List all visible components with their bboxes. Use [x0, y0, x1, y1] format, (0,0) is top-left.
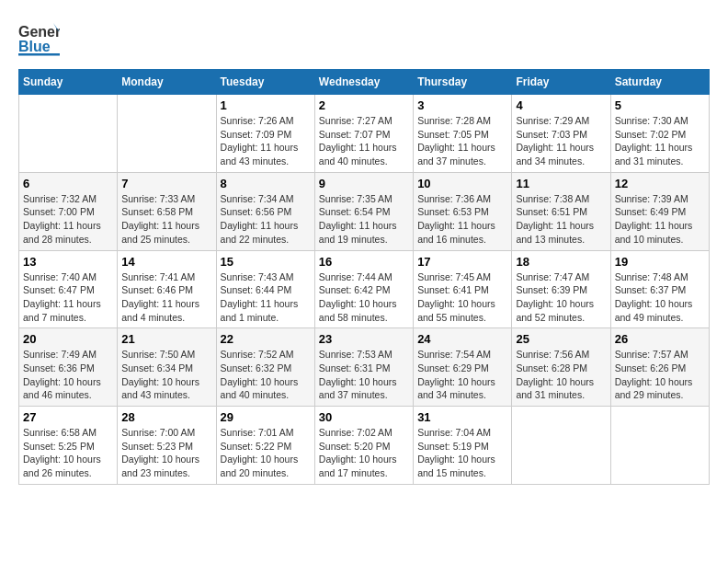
- day-info: Sunrise: 7:53 AM Sunset: 6:31 PM Dayligh…: [319, 348, 409, 402]
- calendar-cell: [19, 95, 118, 173]
- day-info: Sunrise: 7:47 AM Sunset: 6:39 PM Dayligh…: [516, 270, 606, 325]
- calendar-cell: 25Sunrise: 7:56 AM Sunset: 6:28 PM Dayli…: [512, 328, 610, 407]
- day-number: 28: [121, 410, 211, 424]
- day-number: 15: [221, 255, 311, 269]
- calendar-cell: 16Sunrise: 7:44 AM Sunset: 6:42 PM Dayli…: [314, 250, 413, 328]
- calendar-cell: 12Sunrise: 7:39 AM Sunset: 6:49 PM Dayli…: [610, 172, 709, 250]
- day-info: Sunrise: 7:56 AM Sunset: 6:28 PM Dayligh…: [516, 348, 606, 402]
- logo-icon: General Blue: [18, 18, 60, 60]
- calendar-cell: 6Sunrise: 7:32 AM Sunset: 7:00 PM Daylig…: [19, 172, 118, 250]
- day-number: 10: [417, 177, 507, 190]
- day-info: Sunrise: 7:36 AM Sunset: 6:53 PM Dayligh…: [417, 192, 507, 247]
- day-number: 17: [417, 255, 507, 269]
- day-info: Sunrise: 7:33 AM Sunset: 6:58 PM Dayligh…: [121, 192, 211, 247]
- day-info: Sunrise: 7:54 AM Sunset: 6:29 PM Dayligh…: [417, 348, 507, 402]
- day-number: 14: [121, 255, 211, 269]
- day-number: 22: [221, 332, 311, 346]
- calendar-cell: 28Sunrise: 7:00 AM Sunset: 5:23 PM Dayli…: [118, 407, 216, 485]
- calendar-cell: 26Sunrise: 7:57 AM Sunset: 6:26 PM Dayli…: [610, 328, 709, 407]
- day-info: Sunrise: 7:35 AM Sunset: 6:54 PM Dayligh…: [319, 192, 409, 247]
- calendar-cell: 30Sunrise: 7:02 AM Sunset: 5:20 PM Dayli…: [314, 407, 413, 485]
- day-info: Sunrise: 7:00 AM Sunset: 5:23 PM Dayligh…: [121, 426, 211, 480]
- calendar-cell: [118, 95, 216, 173]
- calendar-cell: 14Sunrise: 7:41 AM Sunset: 6:46 PM Dayli…: [118, 250, 216, 328]
- calendar-cell: 17Sunrise: 7:45 AM Sunset: 6:41 PM Dayli…: [414, 250, 512, 328]
- day-number: 21: [121, 332, 211, 346]
- day-number: 12: [615, 177, 705, 190]
- day-info: Sunrise: 7:27 AM Sunset: 7:07 PM Dayligh…: [319, 114, 409, 168]
- calendar-cell: 23Sunrise: 7:53 AM Sunset: 6:31 PM Dayli…: [314, 328, 413, 407]
- day-number: 20: [23, 332, 113, 346]
- calendar-cell: 9Sunrise: 7:35 AM Sunset: 6:54 PM Daylig…: [314, 172, 413, 250]
- day-info: Sunrise: 7:41 AM Sunset: 6:46 PM Dayligh…: [121, 270, 211, 325]
- calendar-cell: 2Sunrise: 7:27 AM Sunset: 7:07 PM Daylig…: [314, 95, 413, 173]
- calendar-cell: 3Sunrise: 7:28 AM Sunset: 7:05 PM Daylig…: [414, 95, 512, 173]
- week-row-4: 20Sunrise: 7:49 AM Sunset: 6:36 PM Dayli…: [19, 328, 710, 407]
- day-info: Sunrise: 7:48 AM Sunset: 6:37 PM Dayligh…: [615, 270, 705, 325]
- day-number: 16: [319, 255, 409, 269]
- day-number: 13: [23, 255, 113, 269]
- week-row-2: 6Sunrise: 7:32 AM Sunset: 7:00 PM Daylig…: [19, 172, 710, 250]
- day-info: Sunrise: 7:39 AM Sunset: 6:49 PM Dayligh…: [615, 192, 705, 247]
- calendar-cell: 20Sunrise: 7:49 AM Sunset: 6:36 PM Dayli…: [19, 328, 118, 407]
- calendar-cell: 29Sunrise: 7:01 AM Sunset: 5:22 PM Dayli…: [216, 407, 314, 485]
- calendar: SundayMondayTuesdayWednesdayThursdayFrid…: [18, 69, 710, 485]
- calendar-cell: 22Sunrise: 7:52 AM Sunset: 6:32 PM Dayli…: [216, 328, 314, 407]
- calendar-cell: 19Sunrise: 7:48 AM Sunset: 6:37 PM Dayli…: [610, 250, 709, 328]
- page-header: General Blue: [18, 18, 710, 60]
- day-number: 19: [615, 255, 705, 269]
- calendar-cell: 15Sunrise: 7:43 AM Sunset: 6:44 PM Dayli…: [216, 250, 314, 328]
- calendar-cell: 10Sunrise: 7:36 AM Sunset: 6:53 PM Dayli…: [414, 172, 512, 250]
- calendar-cell: [610, 407, 709, 485]
- day-number: 31: [417, 410, 507, 424]
- day-number: 24: [417, 332, 507, 346]
- day-number: 25: [516, 332, 606, 346]
- logo: General Blue: [18, 18, 60, 60]
- day-info: Sunrise: 7:57 AM Sunset: 6:26 PM Dayligh…: [615, 348, 705, 402]
- day-number: 1: [221, 98, 311, 112]
- day-info: Sunrise: 7:30 AM Sunset: 7:02 PM Dayligh…: [615, 114, 705, 168]
- calendar-cell: 11Sunrise: 7:38 AM Sunset: 6:51 PM Dayli…: [512, 172, 610, 250]
- calendar-cell: 5Sunrise: 7:30 AM Sunset: 7:02 PM Daylig…: [610, 95, 709, 173]
- day-info: Sunrise: 7:28 AM Sunset: 7:05 PM Dayligh…: [417, 114, 507, 168]
- day-info: Sunrise: 7:34 AM Sunset: 6:56 PM Dayligh…: [221, 192, 311, 247]
- day-info: Sunrise: 7:40 AM Sunset: 6:47 PM Dayligh…: [23, 270, 113, 325]
- day-info: Sunrise: 7:01 AM Sunset: 5:22 PM Dayligh…: [221, 426, 311, 480]
- day-number: 30: [319, 410, 409, 424]
- weekday-header-wednesday: Wednesday: [314, 70, 413, 95]
- calendar-cell: 13Sunrise: 7:40 AM Sunset: 6:47 PM Dayli…: [19, 250, 118, 328]
- calendar-cell: 31Sunrise: 7:04 AM Sunset: 5:19 PM Dayli…: [414, 407, 512, 485]
- day-number: 7: [121, 177, 211, 190]
- day-info: Sunrise: 7:04 AM Sunset: 5:19 PM Dayligh…: [417, 426, 507, 480]
- svg-rect-3: [18, 53, 60, 56]
- day-number: 29: [221, 410, 311, 424]
- day-number: 3: [417, 98, 507, 112]
- calendar-cell: 21Sunrise: 7:50 AM Sunset: 6:34 PM Dayli…: [118, 328, 216, 407]
- day-number: 18: [516, 255, 606, 269]
- day-number: 8: [221, 177, 311, 190]
- weekday-header-sunday: Sunday: [19, 70, 118, 95]
- day-info: Sunrise: 7:49 AM Sunset: 6:36 PM Dayligh…: [23, 348, 113, 402]
- calendar-cell: 18Sunrise: 7:47 AM Sunset: 6:39 PM Dayli…: [512, 250, 610, 328]
- day-info: Sunrise: 7:44 AM Sunset: 6:42 PM Dayligh…: [319, 270, 409, 325]
- day-number: 23: [319, 332, 409, 346]
- calendar-cell: 27Sunrise: 6:58 AM Sunset: 5:25 PM Dayli…: [19, 407, 118, 485]
- day-info: Sunrise: 7:26 AM Sunset: 7:09 PM Dayligh…: [221, 114, 311, 168]
- day-number: 26: [615, 332, 705, 346]
- weekday-header-friday: Friday: [512, 70, 610, 95]
- week-row-3: 13Sunrise: 7:40 AM Sunset: 6:47 PM Dayli…: [19, 250, 710, 328]
- calendar-cell: [512, 407, 610, 485]
- svg-text:Blue: Blue: [18, 39, 51, 54]
- day-number: 2: [319, 98, 409, 112]
- weekday-header-tuesday: Tuesday: [216, 70, 314, 95]
- weekday-header-monday: Monday: [118, 70, 216, 95]
- day-number: 9: [319, 177, 409, 190]
- day-number: 5: [615, 98, 705, 112]
- weekday-header-thursday: Thursday: [414, 70, 512, 95]
- day-info: Sunrise: 7:32 AM Sunset: 7:00 PM Dayligh…: [23, 192, 113, 247]
- day-number: 4: [516, 98, 606, 112]
- weekday-header-row: SundayMondayTuesdayWednesdayThursdayFrid…: [19, 70, 710, 95]
- calendar-cell: 1Sunrise: 7:26 AM Sunset: 7:09 PM Daylig…: [216, 95, 314, 173]
- day-info: Sunrise: 6:58 AM Sunset: 5:25 PM Dayligh…: [23, 426, 113, 480]
- day-info: Sunrise: 7:52 AM Sunset: 6:32 PM Dayligh…: [221, 348, 311, 402]
